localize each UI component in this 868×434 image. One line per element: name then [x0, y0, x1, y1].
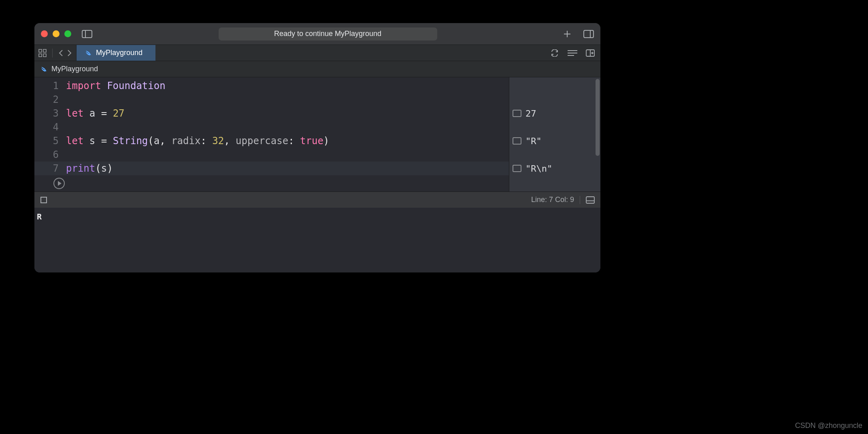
inspector-icon — [583, 30, 594, 38]
tab-bar: MyPlayground — [34, 45, 600, 61]
code-line[interactable]: 5let s = String(a, radix: 32, uppercase:… — [34, 134, 509, 148]
svg-rect-7 — [43, 49, 46, 52]
navigate-forward-button[interactable] — [66, 49, 72, 57]
code-line[interactable]: 3let a = 27 — [34, 106, 509, 120]
sidebar-icon — [82, 30, 92, 38]
add-editor-button[interactable] — [586, 49, 595, 57]
toggle-debug-area-button[interactable] — [586, 196, 595, 204]
editor-options-button[interactable] — [567, 49, 578, 57]
code-line[interactable]: 6 — [34, 148, 509, 162]
code-line[interactable]: 7print(s) — [34, 162, 509, 175]
result-value: "R\n" — [525, 164, 552, 174]
svg-rect-4 — [584, 30, 594, 38]
line-number: 6 — [34, 148, 66, 162]
svg-rect-0 — [82, 30, 92, 38]
svg-rect-6 — [39, 49, 42, 52]
svg-rect-17 — [41, 197, 47, 203]
quicklook-button[interactable] — [513, 137, 521, 145]
xcode-window: Ready to continue MyPlayground — [34, 23, 601, 273]
add-button[interactable] — [563, 30, 571, 38]
code-editor[interactable]: 1import Foundation23let a = 2745let s = … — [34, 77, 509, 191]
cursor-position: Line: 7 Col: 9 — [531, 196, 574, 204]
result-line — [509, 79, 595, 93]
activity-status[interactable]: Ready to continue MyPlayground — [219, 28, 437, 40]
editor-area: 1import Foundation23let a = 2745let s = … — [34, 77, 600, 191]
navigate-back-button[interactable] — [58, 49, 64, 57]
related-items-button[interactable] — [38, 49, 47, 57]
sync-icon — [550, 49, 559, 57]
results-sidebar: 27"R""R\n" — [509, 77, 595, 191]
result-line: 27 — [509, 106, 595, 120]
split-add-icon — [586, 49, 595, 57]
toggle-breakpoints-button[interactable] — [40, 196, 47, 204]
result-value: "R" — [525, 136, 542, 146]
result-line — [509, 148, 595, 162]
code-text: print(s) — [66, 162, 113, 175]
jump-bar[interactable]: MyPlayground — [34, 61, 600, 77]
grid-icon — [38, 49, 47, 57]
svg-rect-18 — [586, 197, 594, 203]
chevron-left-icon — [58, 49, 64, 57]
toggle-navigator-button[interactable] — [82, 30, 92, 38]
vertical-scrollbar[interactable] — [595, 77, 600, 191]
square-icon — [40, 196, 47, 204]
lines-icon — [567, 49, 578, 57]
panel-bottom-icon — [586, 196, 595, 204]
svg-rect-8 — [39, 54, 42, 57]
tab-myplayground[interactable]: MyPlayground — [77, 45, 155, 61]
line-number: 4 — [34, 120, 66, 134]
line-number: 5 — [34, 134, 66, 148]
result-value: 27 — [525, 108, 536, 119]
result-line — [509, 120, 595, 134]
title-bar: Ready to continue MyPlayground — [34, 23, 600, 45]
swift-icon — [40, 66, 47, 73]
code-line[interactable]: 4 — [34, 120, 509, 134]
jump-bar-file: MyPlayground — [51, 65, 98, 73]
result-line: "R" — [509, 134, 595, 148]
debug-bar: Line: 7 Col: 9 — [34, 191, 600, 208]
line-number: 3 — [34, 106, 66, 120]
plus-icon — [563, 30, 571, 38]
result-line: "R\n" — [509, 162, 595, 175]
toggle-inspector-button[interactable] — [583, 30, 594, 38]
line-number: 7 — [34, 162, 66, 175]
status-text: Ready to continue MyPlayground — [274, 30, 381, 38]
quicklook-button[interactable] — [513, 110, 521, 117]
window-controls — [41, 30, 71, 37]
close-window-button[interactable] — [41, 30, 48, 37]
play-icon — [58, 181, 62, 186]
line-number: 1 — [34, 79, 66, 93]
code-line[interactable]: 2 — [34, 93, 509, 106]
tab-label: MyPlayground — [96, 49, 143, 57]
minimize-window-button[interactable] — [53, 30, 60, 37]
svg-rect-9 — [43, 54, 46, 57]
watermark: CSDN @zhonguncle — [795, 421, 862, 430]
result-line — [509, 93, 595, 106]
code-line[interactable]: 1import Foundation — [34, 79, 509, 93]
console-output[interactable]: R — [34, 208, 600, 272]
quicklook-button[interactable] — [513, 165, 521, 172]
line-number: 2 — [34, 93, 66, 106]
swift-icon — [85, 49, 92, 57]
code-text: let a = 27 — [66, 106, 125, 120]
run-playground-button[interactable] — [53, 178, 65, 189]
console-text: R — [37, 212, 42, 221]
zoom-window-button[interactable] — [64, 30, 71, 37]
scrollbar-thumb[interactable] — [596, 79, 600, 156]
code-text: import Foundation — [66, 79, 166, 93]
code-text: let s = String(a, radix: 32, uppercase: … — [66, 134, 329, 148]
refresh-button[interactable] — [550, 49, 559, 57]
chevron-right-icon — [66, 49, 72, 57]
